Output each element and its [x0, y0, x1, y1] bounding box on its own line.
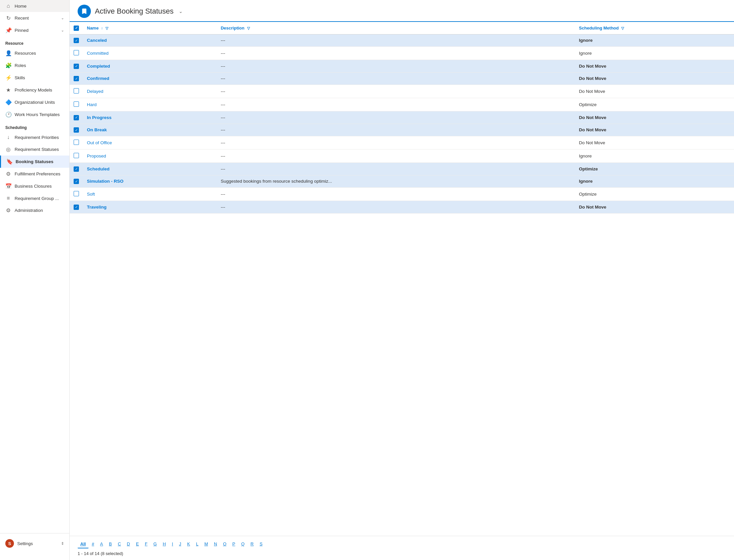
- row-name-7[interactable]: In Progress: [83, 111, 216, 124]
- alpha-item-E[interactable]: E: [133, 540, 142, 548]
- row-name-2[interactable]: Committed: [83, 47, 216, 60]
- alpha-item-All[interactable]: All: [78, 540, 89, 548]
- row-checkbox-cell-12[interactable]: [70, 175, 83, 188]
- table-row[interactable]: Out of Office --- Do Not Move: [70, 136, 734, 150]
- sidebar-item-booking-statuses[interactable]: 🔖 Booking Statuses: [0, 156, 69, 168]
- alpha-item-R[interactable]: R: [248, 540, 256, 548]
- table-row[interactable]: In Progress --- Do Not Move: [70, 111, 734, 124]
- sidebar-item-pinned[interactable]: 📌 Pinned ⌄: [0, 24, 69, 36]
- scheduling-method-filter-icon[interactable]: ▽: [621, 26, 624, 30]
- sidebar-item-requirement-statuses[interactable]: ◎ Requirement Statuses: [0, 143, 69, 156]
- row-checkbox-cell-9[interactable]: [70, 136, 83, 150]
- row-checkbox-cell-4[interactable]: [70, 72, 83, 85]
- sidebar-item-home[interactable]: ⌂ Home: [0, 0, 69, 12]
- table-row[interactable]: Delayed --- Do Not Move: [70, 85, 734, 98]
- row-name-5[interactable]: Delayed: [83, 85, 216, 98]
- alpha-item-F[interactable]: F: [142, 540, 150, 548]
- row-name-12[interactable]: Simulation - RSO: [83, 175, 216, 188]
- row-checkbox-cell-6[interactable]: [70, 98, 83, 111]
- row-name-4[interactable]: Confirmed: [83, 72, 216, 85]
- alpha-item-M[interactable]: M: [202, 540, 211, 548]
- row-name-14[interactable]: Traveling: [83, 201, 216, 214]
- row-name-6[interactable]: Hard: [83, 98, 216, 111]
- table-row[interactable]: Canceled --- Ignore: [70, 34, 734, 47]
- sidebar-item-administration[interactable]: ⚙ Administration: [0, 204, 69, 217]
- sidebar-item-resources[interactable]: 👤 Resources: [0, 47, 69, 59]
- row-checkbox-3[interactable]: [74, 64, 79, 69]
- alpha-item-C[interactable]: C: [115, 540, 123, 548]
- alpha-item-J[interactable]: J: [176, 540, 184, 548]
- row-checkbox-2[interactable]: [74, 50, 79, 55]
- table-row[interactable]: Confirmed --- Do Not Move: [70, 72, 734, 85]
- row-name-10[interactable]: Proposed: [83, 150, 216, 163]
- alpha-item-K[interactable]: K: [184, 540, 193, 548]
- row-name-11[interactable]: Scheduled: [83, 163, 216, 175]
- row-checkbox-9[interactable]: [74, 140, 79, 145]
- sidebar-item-work-hours-templates[interactable]: 🕐 Work Hours Templates: [0, 108, 69, 121]
- description-filter-icon[interactable]: ▽: [247, 26, 250, 30]
- alpha-item-A[interactable]: A: [97, 540, 106, 548]
- alpha-item-#[interactable]: #: [89, 540, 97, 548]
- row-checkbox-13[interactable]: [74, 191, 79, 196]
- alpha-item-B[interactable]: B: [106, 540, 115, 548]
- table-row[interactable]: On Break --- Do Not Move: [70, 124, 734, 136]
- header-dropdown-icon[interactable]: ⌄: [179, 9, 183, 14]
- header-checkbox-cell[interactable]: [70, 22, 83, 34]
- alpha-item-O[interactable]: O: [220, 540, 229, 548]
- table-row[interactable]: Soft --- Optimize: [70, 188, 734, 201]
- row-checkbox-7[interactable]: [74, 115, 79, 120]
- sidebar-item-proficiency-models[interactable]: ★ Proficiency Models: [0, 84, 69, 96]
- alpha-item-L[interactable]: L: [193, 540, 201, 548]
- row-name-9[interactable]: Out of Office: [83, 136, 216, 150]
- table-row[interactable]: Hard --- Optimize: [70, 98, 734, 111]
- row-checkbox-1[interactable]: [74, 38, 79, 43]
- sidebar-item-roles[interactable]: 🧩 Roles: [0, 59, 69, 72]
- table-row[interactable]: Committed --- Ignore: [70, 47, 734, 60]
- table-row[interactable]: Simulation - RSO Suggested bookings from…: [70, 175, 734, 188]
- row-name-3[interactable]: Completed: [83, 60, 216, 73]
- alpha-item-G[interactable]: G: [151, 540, 159, 548]
- row-name-8[interactable]: On Break: [83, 124, 216, 136]
- select-all-checkbox[interactable]: [74, 26, 79, 31]
- row-checkbox-6[interactable]: [74, 101, 79, 107]
- row-checkbox-8[interactable]: [74, 127, 79, 133]
- row-checkbox-cell-2[interactable]: [70, 47, 83, 60]
- alpha-item-P[interactable]: P: [230, 540, 238, 548]
- row-checkbox-12[interactable]: [74, 179, 79, 184]
- alpha-item-H[interactable]: H: [160, 540, 168, 548]
- row-checkbox-cell-10[interactable]: [70, 150, 83, 163]
- sidebar-item-business-closures[interactable]: 📅 Business Closures: [0, 180, 69, 192]
- table-row[interactable]: Completed --- Do Not Move: [70, 60, 734, 73]
- row-checkbox-cell-1[interactable]: [70, 34, 83, 47]
- row-checkbox-cell-11[interactable]: [70, 163, 83, 175]
- settings-nav-item[interactable]: S Settings ⇕: [0, 536, 69, 551]
- row-checkbox-11[interactable]: [74, 166, 79, 172]
- row-checkbox-cell-14[interactable]: [70, 201, 83, 214]
- row-name-1[interactable]: Canceled: [83, 34, 216, 47]
- row-checkbox-10[interactable]: [74, 153, 79, 158]
- table-row[interactable]: Scheduled --- Optimize: [70, 163, 734, 175]
- row-checkbox-5[interactable]: [74, 88, 79, 93]
- sidebar-item-organizational-units[interactable]: 🔷 Organizational Units: [0, 96, 69, 108]
- sidebar-item-recent[interactable]: ↻ Recent ⌄: [0, 12, 69, 24]
- row-checkbox-cell-8[interactable]: [70, 124, 83, 136]
- row-checkbox-cell-5[interactable]: [70, 85, 83, 98]
- alpha-item-S[interactable]: S: [257, 540, 265, 548]
- row-checkbox-cell-3[interactable]: [70, 60, 83, 73]
- table-row[interactable]: Proposed --- Ignore: [70, 150, 734, 163]
- sidebar-item-skills[interactable]: ⚡ Skills: [0, 72, 69, 84]
- sidebar-item-requirement-priorities[interactable]: ↓ Requirement Priorities: [0, 131, 69, 143]
- sidebar-item-requirement-group[interactable]: ≡ Requirement Group ...: [0, 192, 69, 204]
- table-row[interactable]: Traveling --- Do Not Move: [70, 201, 734, 214]
- alpha-item-Q[interactable]: Q: [238, 540, 247, 548]
- row-name-13[interactable]: Soft: [83, 188, 216, 201]
- row-checkbox-cell-7[interactable]: [70, 111, 83, 124]
- row-checkbox-cell-13[interactable]: [70, 188, 83, 201]
- name-sort-icons[interactable]: ↑: [101, 26, 103, 30]
- alpha-item-N[interactable]: N: [211, 540, 219, 548]
- row-checkbox-14[interactable]: [74, 205, 79, 210]
- sidebar-item-fulfillment-preferences[interactable]: ⚙ Fulfillment Preferences: [0, 168, 69, 180]
- row-checkbox-4[interactable]: [74, 76, 79, 81]
- alpha-item-D[interactable]: D: [124, 540, 133, 548]
- alpha-item-I[interactable]: I: [169, 540, 176, 548]
